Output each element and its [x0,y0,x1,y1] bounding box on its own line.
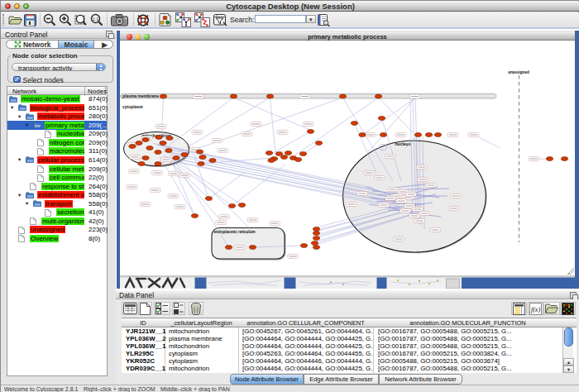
svg-text:nucleus: nucleus [395,141,411,146]
svg-text:unassigned: unassigned [508,70,529,74]
svg-text:plasma membrane: plasma membrane [122,93,159,98]
svg-text:cytoplasm: cytoplasm [122,104,143,109]
svg-text:1:1: 1:1 [93,17,99,22]
svg-text:f(x): f(x) [531,305,540,313]
